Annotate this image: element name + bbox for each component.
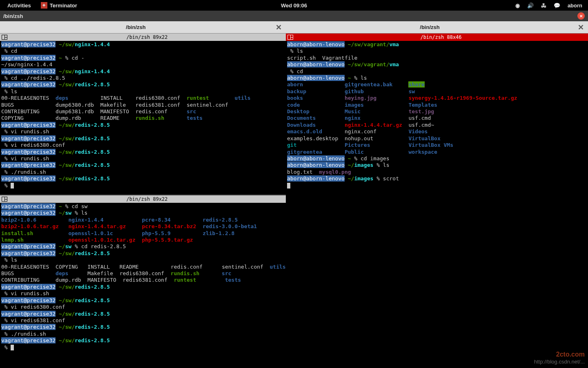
window-title: /bin/zsh	[3, 13, 23, 19]
active-app-name: Terminator	[50, 2, 77, 9]
left-column: /bin/zsh ✕ /bin/zsh 89x22 vagrant@precis…	[0, 21, 286, 368]
gnome-topbar: Activities ⌖ Terminator Wed 09:06 ◉ 🔊 🖧 …	[0, 0, 588, 11]
split-icon[interactable]	[2, 35, 7, 40]
activities-button[interactable]: Activities	[6, 2, 33, 9]
pane-titlebar-tl[interactable]: /bin/zsh 89x22	[0, 34, 286, 41]
split-icon[interactable]	[2, 197, 7, 202]
pane-title-r: /bin/zsh 88x46	[296, 34, 586, 40]
watermark-brand: 2cto.com	[534, 351, 585, 358]
volume-icon[interactable]: 🔊	[527, 2, 534, 9]
clock[interactable]: Wed 09:06	[281, 2, 307, 9]
tab-bar-left: /bin/zsh ✕	[0, 21, 286, 34]
network-icon[interactable]: 🖧	[541, 2, 546, 9]
pane-top-left: /bin/zsh 89x22 vagrant@precise32 ~/sw/ng…	[0, 34, 286, 195]
terminal-bl[interactable]: vagrant@precise32 ~ % cd sw vagrant@prec…	[0, 203, 286, 368]
pane-bottom-left: /bin/zsh 89x22 vagrant@precise32 ~ % cd …	[0, 195, 286, 368]
terminal-r[interactable]: aborn@aborn-lenovo ~/sw/vagrant/vma % ls…	[286, 41, 588, 368]
tab-right[interactable]: /bin/zsh	[286, 24, 574, 30]
pane-titlebar-r[interactable]: /bin/zsh 88x46	[286, 34, 588, 41]
pane-title-bl: /bin/zsh 89x22	[10, 196, 284, 202]
tab-left[interactable]: /bin/zsh	[0, 24, 272, 30]
tab-bar-right: /bin/zsh ✕	[286, 21, 588, 34]
cursor	[11, 183, 14, 188]
pane-right: /bin/zsh 88x46 aborn@aborn-lenovo ~/sw/v…	[286, 34, 588, 368]
cursor	[287, 183, 290, 188]
pane-title-tl: /bin/zsh 89x22	[10, 34, 284, 40]
pane-titlebar-bl[interactable]: /bin/zsh 89x22	[0, 195, 286, 203]
tab-close-left[interactable]: ✕	[272, 23, 286, 32]
watermark-url: http://blog.csdn.net/...	[534, 358, 585, 366]
terminal-tl[interactable]: vagrant@precise32 ~/sw/nginx-1.4.4 % cd …	[0, 41, 286, 195]
window-titlebar[interactable]: /bin/zsh ✕	[0, 11, 588, 21]
split-icon[interactable]	[287, 35, 293, 40]
user-menu[interactable]: aborn	[568, 2, 582, 9]
window-close-button[interactable]: ✕	[577, 12, 585, 20]
accessibility-icon[interactable]: ◉	[515, 2, 520, 9]
terminator-icon: ⌖	[41, 2, 47, 9]
tab-close-right[interactable]: ✕	[574, 23, 588, 32]
active-app[interactable]: ⌖ Terminator	[37, 2, 81, 9]
chat-icon[interactable]: 💬	[554, 2, 560, 9]
watermark: 2cto.com http://blog.csdn.net/...	[534, 351, 585, 366]
terminator-workspace: /bin/zsh ✕ /bin/zsh 89x22 vagrant@precis…	[0, 21, 588, 368]
cursor	[11, 345, 14, 350]
right-column: /bin/zsh ✕ /bin/zsh 88x46 aborn@aborn-le…	[286, 21, 588, 368]
